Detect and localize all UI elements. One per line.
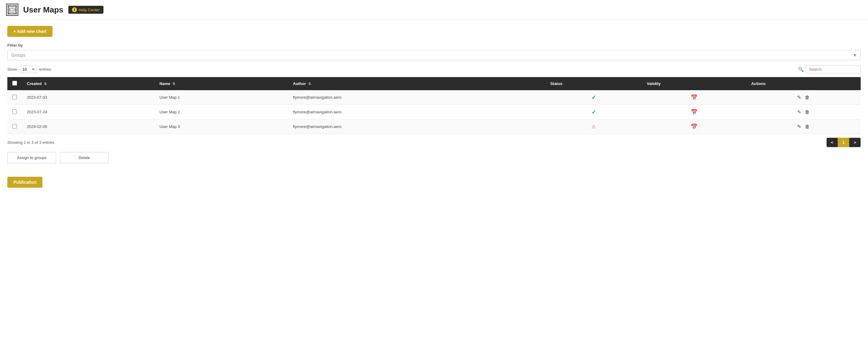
- main-content: + Add new chart Filter by Groups ▼ Show …: [0, 20, 868, 194]
- table-row: 2023-07-24User Map 2flymore@airnavigatio…: [7, 105, 861, 119]
- row-status: ✓: [546, 90, 642, 105]
- row-author: flymore@airnavigation.aero: [288, 90, 546, 105]
- row-author: flymore@airnavigation.aero: [288, 105, 546, 119]
- bulk-actions: Assign to groups Delete: [7, 152, 861, 163]
- col-header-status: Status: [546, 77, 642, 90]
- publication-button[interactable]: Publication: [7, 177, 42, 188]
- select-all-checkbox[interactable]: [12, 81, 17, 85]
- row-checkbox-cell: [7, 90, 22, 105]
- table-header-row: Created ⇅ Name ⇅ Author ⇅ Status Validit…: [7, 77, 861, 90]
- entries-label: entries: [39, 67, 51, 72]
- prev-page-button[interactable]: <: [827, 138, 838, 147]
- row-checkbox-cell: [7, 105, 22, 119]
- row-delete-button[interactable]: 🗑: [803, 124, 811, 130]
- table-row: 2024-02-09User Map 3flymore@airnavigatio…: [7, 119, 861, 134]
- row-checkbox[interactable]: [12, 124, 17, 129]
- col-header-author: Author ⇅: [288, 77, 546, 90]
- calendar-icon[interactable]: 📅: [691, 124, 698, 130]
- row-author: flymore@airnavigation.aero: [288, 119, 546, 134]
- col-header-actions: Actions: [746, 77, 861, 90]
- row-status: ✓: [546, 105, 642, 119]
- row-delete-button[interactable]: 🗑: [803, 109, 811, 115]
- row-validity: 📅: [642, 105, 746, 119]
- entries-per-page-select[interactable]: 10 25 50 100: [20, 66, 37, 73]
- edit-button[interactable]: ✎: [795, 108, 803, 115]
- show-entries-control: Show 10 25 50 100 entries: [7, 66, 51, 73]
- status-warning-icon: ⚠: [591, 124, 596, 129]
- delete-button[interactable]: Delete: [60, 152, 108, 163]
- row-created: 2023-07-03: [22, 90, 154, 105]
- row-checkbox[interactable]: [12, 109, 17, 114]
- row-name: User Map 3: [154, 119, 288, 134]
- row-actions: ✎🗑: [746, 90, 861, 105]
- table-row: 2023-07-03User Map 1flymore@airnavigatio…: [7, 90, 861, 105]
- user-maps-table: Created ⇅ Name ⇅ Author ⇅ Status Validit…: [7, 77, 861, 134]
- sort-name-icon[interactable]: ⇅: [173, 82, 175, 86]
- add-new-chart-button[interactable]: + Add new chart: [7, 26, 53, 37]
- row-status: ⚠: [546, 119, 642, 134]
- pagination: < 1 >: [827, 138, 861, 147]
- current-page-button[interactable]: 1: [838, 138, 849, 147]
- row-actions: ✎🗑: [746, 119, 861, 134]
- row-name: User Map 1: [154, 90, 288, 105]
- info-icon: ℹ: [72, 7, 77, 12]
- help-center-label: Help Center: [79, 8, 100, 12]
- sort-created-icon[interactable]: ⇅: [44, 82, 47, 86]
- col-header-validity: Validity: [642, 77, 746, 90]
- assign-to-groups-button[interactable]: Assign to groups: [7, 152, 56, 163]
- row-created: 2024-02-09: [22, 119, 154, 134]
- edit-button[interactable]: ✎: [795, 123, 803, 130]
- show-label: Show: [7, 67, 18, 72]
- search-wrapper: 🔍: [798, 65, 861, 73]
- search-input[interactable]: [806, 65, 861, 73]
- row-validity: 📅: [642, 119, 746, 134]
- row-actions: ✎🗑: [746, 105, 861, 119]
- row-name: User Map 2: [154, 105, 288, 119]
- filter-wrapper: Groups ▼: [7, 50, 861, 60]
- calendar-icon[interactable]: 📅: [691, 109, 698, 115]
- select-all-header[interactable]: [7, 77, 22, 90]
- filter-label: Filter by: [7, 43, 861, 47]
- page-header: User Maps ℹ Help Center: [0, 0, 868, 20]
- status-ok-icon: ✓: [591, 109, 596, 115]
- status-ok-icon: ✓: [591, 95, 596, 101]
- calendar-icon[interactable]: 📅: [691, 95, 698, 101]
- row-checkbox-cell: [7, 119, 22, 134]
- row-created: 2023-07-24: [22, 105, 154, 119]
- app-logo: [6, 4, 18, 16]
- row-delete-button[interactable]: 🗑: [803, 94, 811, 101]
- edit-button[interactable]: ✎: [795, 94, 803, 101]
- next-page-button[interactable]: >: [849, 138, 861, 147]
- col-header-created: Created ⇅: [22, 77, 154, 90]
- table-controls: Show 10 25 50 100 entries 🔍: [7, 65, 861, 73]
- showing-text: Showing 1 to 3 of 3 entries: [7, 140, 54, 145]
- row-checkbox[interactable]: [12, 95, 17, 99]
- page-title: User Maps: [23, 5, 63, 14]
- search-icon: 🔍: [798, 66, 804, 72]
- col-header-name: Name ⇅: [154, 77, 288, 90]
- groups-filter-select[interactable]: Groups: [7, 50, 861, 60]
- help-center-button[interactable]: ℹ Help Center: [68, 6, 103, 14]
- table-footer: Showing 1 to 3 of 3 entries < 1 >: [7, 138, 861, 147]
- sort-author-icon[interactable]: ⇅: [308, 82, 311, 86]
- row-validity: 📅: [642, 90, 746, 105]
